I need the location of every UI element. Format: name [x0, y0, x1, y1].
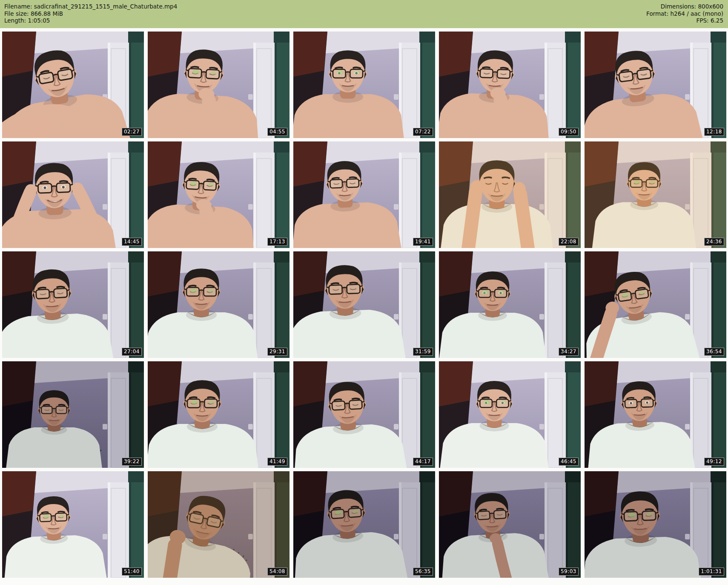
- timestamp-badge: 36:54: [704, 348, 724, 356]
- thumbnail-cell: 14:45: [2, 141, 144, 248]
- timestamp-badge: 12:18: [704, 128, 724, 136]
- thumbnail-cell: 29:31: [148, 251, 289, 358]
- thumbnail-cell: 12:18: [585, 32, 726, 138]
- video-frame-art: [2, 251, 144, 358]
- video-frame-art: [293, 361, 435, 468]
- timestamp-badge: 14:45: [122, 238, 142, 246]
- filesize-label: File size:: [4, 10, 31, 17]
- video-frame-art: [2, 471, 144, 578]
- video-frame-art: [2, 361, 144, 468]
- thumbnail-cell: 41:49: [148, 361, 289, 468]
- video-frame-art: [439, 361, 581, 468]
- thumbnail-cell: 59:03: [439, 471, 581, 578]
- dimensions-label: Dimensions:: [661, 3, 698, 10]
- dimensions-value: 800x600: [698, 3, 723, 10]
- thumbnail-cell: 04:55: [148, 32, 289, 138]
- thumbnail-cell: 36:54: [585, 251, 726, 358]
- video-frame-art: [293, 141, 435, 248]
- timestamp-badge: 1:01:31: [699, 568, 724, 576]
- filesize-value: 866.88 MiB: [31, 10, 63, 17]
- timestamp-badge: 46:45: [559, 458, 579, 466]
- thumbnail-cell: 27:04: [2, 251, 144, 358]
- thumbnail-cell: 31:59: [293, 251, 435, 358]
- video-frame-art: [2, 141, 144, 248]
- video-frame-art: [148, 32, 289, 138]
- timestamp-badge: 44:17: [413, 458, 433, 466]
- video-frame-art: [585, 361, 726, 468]
- timestamp-badge: 31:59: [413, 348, 433, 356]
- timestamp-badge: 24:36: [704, 238, 724, 246]
- video-frame-art: [293, 32, 435, 138]
- thumbnail-cell: 02:27: [2, 32, 144, 138]
- video-frame-art: [585, 32, 726, 138]
- filesize-line: File size: 866.88 MiB: [4, 10, 177, 17]
- length-label: Length:: [4, 17, 28, 24]
- video-frame-art: [585, 471, 726, 578]
- video-frame-art: [439, 141, 581, 248]
- fps-value: 6.25: [711, 17, 723, 24]
- thumbnail-cell: 44:17: [293, 361, 435, 468]
- timestamp-badge: 04:55: [267, 128, 287, 136]
- fps-label: FPS:: [696, 17, 711, 24]
- timestamp-badge: 56:35: [413, 568, 433, 576]
- video-frame-art: [439, 471, 581, 578]
- video-frame-art: [2, 32, 144, 138]
- thumbnail-cell: 09:50: [439, 32, 581, 138]
- thumbnail-cell: 24:36: [585, 141, 726, 248]
- timestamp-badge: 51:40: [122, 568, 142, 576]
- filename-value: sadicrafinat_291215_1515_male_Chaturbate…: [34, 3, 178, 10]
- info-header: Filename: sadicrafinat_291215_1515_male_…: [0, 0, 728, 28]
- timestamp-badge: 02:27: [122, 128, 142, 136]
- timestamp-badge: 49:12: [704, 458, 724, 466]
- timestamp-badge: 27:04: [122, 348, 142, 356]
- timestamp-badge: 41:49: [267, 458, 287, 466]
- thumbnail-cell: 34:27: [439, 251, 581, 358]
- video-frame-art: [439, 32, 581, 138]
- video-frame-art: [148, 141, 289, 248]
- video-frame-art: [585, 141, 726, 248]
- thumbnail-cell: 54:08: [148, 471, 289, 578]
- filename-line: Filename: sadicrafinat_291215_1515_male_…: [4, 3, 177, 10]
- timestamp-badge: 17:13: [267, 238, 287, 246]
- timestamp-badge: 07:22: [413, 128, 433, 136]
- timestamp-badge: 54:08: [267, 568, 287, 576]
- thumbnail-cell: 17:13: [148, 141, 289, 248]
- file-info-right: Dimensions: 800x600 Format: h264 / aac (…: [646, 3, 723, 28]
- timestamp-badge: 39:22: [122, 458, 142, 466]
- timestamp-badge: 19:41: [413, 238, 433, 246]
- format-label: Format:: [646, 10, 670, 17]
- thumbnail-cell: 49:12: [585, 361, 726, 468]
- thumbnail-cell: 51:40: [2, 471, 144, 578]
- thumbnail-cell: 56:35: [293, 471, 435, 578]
- video-frame-art: [148, 471, 289, 578]
- thumbnail-grid: 02:27 04:55 07:22 09:50 12:18 14:45 17:1…: [0, 28, 728, 578]
- format-value: h264 / aac (mono): [671, 10, 723, 17]
- file-info-left: Filename: sadicrafinat_291215_1515_male_…: [4, 3, 177, 28]
- thumbnail-cell: 07:22: [293, 32, 435, 138]
- timestamp-badge: 59:03: [559, 568, 579, 576]
- timestamp-badge: 34:27: [559, 348, 579, 356]
- thumbnail-cell: 19:41: [293, 141, 435, 248]
- timestamp-badge: 29:31: [267, 348, 287, 356]
- thumbnail-cell: 1:01:31: [585, 471, 726, 578]
- format-line: Format: h264 / aac (mono): [646, 10, 723, 17]
- timestamp-badge: 22:08: [559, 238, 579, 246]
- video-frame-art: [585, 251, 726, 358]
- timestamp-badge: 09:50: [559, 128, 579, 136]
- dimensions-line: Dimensions: 800x600: [646, 3, 723, 10]
- video-frame-art: [439, 251, 581, 358]
- video-frame-art: [148, 361, 289, 468]
- video-frame-art: [293, 471, 435, 578]
- video-frame-art: [293, 251, 435, 358]
- thumbnail-cell: 22:08: [439, 141, 581, 248]
- fps-line: FPS: 6.25: [646, 17, 723, 24]
- filename-label: Filename:: [4, 3, 34, 10]
- thumbnail-cell: 39:22: [2, 361, 144, 468]
- length-value: 1:05:05: [28, 17, 50, 24]
- length-line: Length: 1:05:05: [4, 17, 177, 24]
- video-frame-art: [148, 251, 289, 358]
- thumbnail-cell: 46:45: [439, 361, 581, 468]
